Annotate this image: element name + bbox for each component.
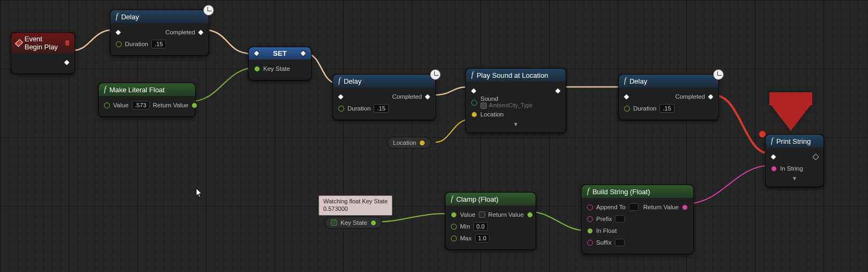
keystate-pin[interactable] bbox=[254, 66, 260, 72]
duration-value[interactable]: .15 bbox=[374, 104, 388, 113]
min-value[interactable]: 0.0 bbox=[473, 222, 488, 231]
duration-label: Duration bbox=[633, 105, 656, 112]
sound-label: Sound bbox=[480, 96, 532, 102]
event-icon bbox=[15, 39, 23, 47]
node-header: f Delay bbox=[619, 75, 718, 87]
node-build-string-float[interactable]: f Build String (Float) Append To Return … bbox=[581, 185, 694, 254]
node-header: f Delay bbox=[333, 75, 435, 87]
value-pin[interactable] bbox=[451, 212, 457, 218]
clock-icon bbox=[430, 69, 441, 80]
suffix-value[interactable] bbox=[615, 239, 625, 246]
exec-in-pin[interactable] bbox=[623, 93, 630, 100]
node-play-sound-at-location[interactable]: f Play Sound at Location Sound AmbientCi… bbox=[465, 68, 566, 133]
node-make-literal-float[interactable]: f Make Literal Float Value .573 Return V… bbox=[98, 83, 196, 117]
duration-value[interactable]: .15 bbox=[151, 40, 166, 48]
node-title: Clamp (Float) bbox=[456, 195, 499, 203]
duration-value[interactable]: .15 bbox=[659, 104, 674, 113]
keystate-label: Key State bbox=[340, 219, 367, 226]
return-pin[interactable] bbox=[682, 204, 688, 210]
prefix-pin[interactable] bbox=[587, 216, 593, 222]
value-pin[interactable] bbox=[104, 102, 110, 108]
reroute-location[interactable]: Location bbox=[387, 137, 431, 149]
node-title: Event Begin Play bbox=[25, 35, 61, 51]
min-label: Min bbox=[460, 223, 470, 230]
location-pin[interactable] bbox=[471, 112, 477, 117]
exec-in-pin[interactable] bbox=[115, 29, 122, 36]
node-title: Print String bbox=[776, 137, 811, 145]
exec-out-pin[interactable] bbox=[554, 87, 561, 94]
clock-icon bbox=[203, 5, 214, 16]
function-icon: f bbox=[104, 85, 106, 94]
completed-label: Completed bbox=[165, 29, 195, 35]
watch-tooltip: Watching float Key State 0.573000 bbox=[318, 195, 392, 216]
exec-out-pin[interactable] bbox=[812, 153, 819, 160]
duration-pin[interactable] bbox=[624, 106, 630, 112]
exec-out-pin[interactable] bbox=[197, 29, 204, 36]
node-title: Build String (Float) bbox=[592, 188, 650, 196]
max-pin[interactable] bbox=[451, 236, 457, 241]
appendto-label: Append To bbox=[596, 204, 626, 210]
node-delay-2[interactable]: f Delay Completed Duration .15 bbox=[332, 74, 436, 120]
duration-label: Duration bbox=[125, 41, 148, 47]
node-title: Play Sound at Location bbox=[477, 71, 548, 79]
return-label: Return Value bbox=[643, 204, 679, 210]
node-clamp-float[interactable]: f Clamp (Float) Value Return Value Min 0… bbox=[445, 192, 536, 250]
node-header: f Delay bbox=[110, 10, 209, 23]
node-title: Delay bbox=[121, 13, 139, 21]
mouse-cursor-icon bbox=[196, 188, 203, 199]
node-delay-3[interactable]: f Delay Completed Duration .15 bbox=[618, 74, 719, 120]
exec-in-pin[interactable] bbox=[770, 153, 777, 160]
completed-label: Completed bbox=[675, 93, 705, 100]
exec-in-pin[interactable] bbox=[253, 50, 260, 57]
node-title: Delay bbox=[629, 77, 647, 85]
max-value[interactable]: 1.0 bbox=[475, 234, 489, 242]
min-pin[interactable] bbox=[451, 224, 457, 230]
infloat-pin[interactable] bbox=[587, 228, 593, 234]
variable-key-state[interactable]: Key State bbox=[325, 217, 382, 229]
node-header: Event Begin Play bbox=[11, 33, 75, 53]
location-label: Location bbox=[480, 111, 503, 117]
tooltip-line2: 0.573000 bbox=[323, 205, 388, 213]
function-icon: f bbox=[338, 77, 340, 85]
return-pin[interactable] bbox=[527, 212, 533, 218]
duration-pin[interactable] bbox=[338, 106, 344, 112]
prefix-value[interactable] bbox=[615, 215, 625, 223]
duration-label: Duration bbox=[347, 105, 370, 112]
expand-chevron[interactable]: ▼ bbox=[771, 174, 818, 181]
value-input[interactable]: .573 bbox=[132, 101, 150, 109]
exec-out-pin[interactable] bbox=[63, 59, 70, 66]
location-label: Location bbox=[393, 139, 416, 146]
appendto-pin[interactable] bbox=[587, 204, 593, 210]
value-label: Value bbox=[460, 211, 476, 218]
node-print-string[interactable]: f Print String In String ▼ bbox=[765, 134, 824, 187]
suffix-pin[interactable] bbox=[587, 240, 593, 246]
function-icon: f bbox=[771, 137, 773, 145]
exec-out-pin[interactable] bbox=[424, 93, 431, 100]
node-title: Delay bbox=[344, 77, 361, 85]
sound-asset[interactable]: AmbientCity_Type bbox=[489, 103, 532, 108]
node-header: f Build String (Float) bbox=[582, 185, 693, 198]
duration-pin[interactable] bbox=[116, 41, 122, 47]
exec-out-pin[interactable] bbox=[707, 93, 714, 100]
node-header: f Play Sound at Location bbox=[466, 69, 566, 82]
clock-icon bbox=[713, 69, 724, 80]
appendto-value[interactable] bbox=[629, 203, 639, 211]
exec-out-pin[interactable] bbox=[300, 50, 307, 57]
node-delay-1[interactable]: f Delay Completed Duration .15 bbox=[110, 10, 209, 56]
value-label: Value bbox=[113, 102, 129, 108]
location-out-pin[interactable] bbox=[419, 140, 425, 146]
exec-in-pin[interactable] bbox=[337, 93, 344, 100]
instring-pin[interactable] bbox=[771, 166, 777, 172]
tooltip-line1: Watching float Key State bbox=[323, 198, 388, 205]
sound-pin[interactable] bbox=[471, 100, 477, 106]
completed-label: Completed bbox=[392, 93, 422, 100]
node-header: f Print String bbox=[766, 135, 824, 148]
infloat-label: In Float bbox=[596, 227, 617, 234]
return-pin[interactable] bbox=[191, 102, 197, 108]
asset-icon bbox=[480, 102, 487, 109]
expand-chevron[interactable]: ▼ bbox=[471, 120, 560, 127]
keystate-out-pin[interactable] bbox=[370, 220, 376, 226]
exec-in-pin[interactable] bbox=[470, 87, 477, 94]
node-set[interactable]: SET Key State bbox=[248, 47, 311, 80]
node-event-begin-play[interactable]: Event Begin Play bbox=[11, 32, 75, 74]
